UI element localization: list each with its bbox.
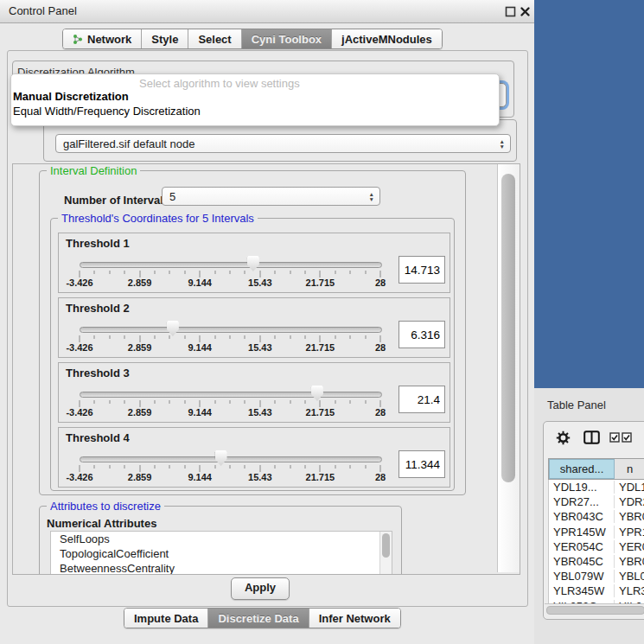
tab-jactivemnodules[interactable]: jActiveMNodules	[332, 29, 442, 48]
slider-thumb[interactable]	[167, 321, 179, 336]
cell-shared-name: YBR045C	[549, 555, 615, 568]
slider-tick-labels: -3.4262.8599.14415.4321.71528	[80, 277, 380, 288]
tick-label: 9.144	[188, 342, 212, 353]
panel-scrollbar-thumb[interactable]	[501, 174, 515, 482]
apply-button[interactable]: Apply	[231, 577, 290, 600]
table-row[interactable]: YBL079WYBL0	[549, 569, 644, 583]
slider-track[interactable]	[80, 327, 382, 333]
tick-mark	[290, 335, 290, 339]
tick-mark	[109, 465, 110, 469]
panel-scrollbar[interactable]	[497, 164, 520, 572]
close-icon[interactable]	[520, 6, 531, 17]
tick-mark	[259, 400, 260, 407]
tab-select[interactable]: Select	[188, 29, 241, 48]
cell-shared-name: YDL19...	[549, 481, 615, 494]
tick-mark	[139, 271, 140, 277]
tab-discretize-data[interactable]: Discretize Data	[208, 609, 309, 628]
tab-cyni-toolbox[interactable]: Cyni Toolbox	[242, 29, 332, 48]
algorithm-option[interactable]: Equal Width/Frequency Discretization	[13, 105, 201, 118]
network-icon	[73, 34, 83, 45]
tick-mark	[109, 400, 110, 404]
slider-thumb[interactable]	[311, 386, 323, 401]
table-row[interactable]: YER054CYER0	[549, 539, 644, 554]
float-window-icon[interactable]	[505, 6, 516, 17]
gear-icon[interactable]	[556, 430, 571, 445]
table-panel-title: Table Panel	[547, 399, 606, 411]
tick-mark	[245, 465, 245, 469]
table-horizontal-scrollbar-thumb[interactable]	[546, 606, 644, 615]
tick-mark	[184, 271, 185, 274]
table-row[interactable]: YLR345WYLR3	[549, 583, 644, 598]
tick-mark	[245, 335, 245, 339]
tick-label: 9.144	[188, 472, 212, 482]
tick-mark	[169, 465, 170, 469]
tick-mark	[275, 271, 276, 274]
threshold-value-field[interactable]	[399, 386, 445, 413]
threshold-value-field[interactable]	[399, 256, 445, 284]
column-header-shared-name[interactable]: shared...	[549, 459, 615, 479]
table-row[interactable]: YDR27...YDR2	[549, 494, 644, 509]
cell-shared-name: YDR27...	[549, 495, 615, 508]
checkbox-icon[interactable]	[609, 432, 620, 443]
tab-style[interactable]: Style	[142, 29, 188, 48]
table-row[interactable]: YPR145WYPR1	[549, 525, 644, 539]
algorithm-dropdown-popup: Select algorithm to view settings Manual…	[10, 73, 500, 126]
threshold-value-field[interactable]	[399, 321, 445, 348]
slider-track[interactable]	[80, 262, 382, 268]
tab-impute-data[interactable]: Impute Data	[124, 609, 208, 628]
control-panel-window: Control Panel NetworkStyleSelectCyni Too…	[0, 0, 534, 644]
tick-label: 15.43	[248, 407, 272, 418]
checkbox-icon[interactable]	[622, 432, 632, 443]
tick-mark	[200, 335, 201, 342]
attribute-item[interactable]: TopologicalCoefficient	[51, 546, 392, 561]
table-panel: Table Panel shared	[534, 388, 644, 644]
tick-mark	[290, 400, 290, 404]
slider-track[interactable]	[80, 456, 382, 462]
table-row[interactable]: YBR043CYBR0	[549, 509, 644, 524]
settings-scroll-region: Interval Definition Number of Intervals …	[12, 163, 520, 575]
tick-mark	[365, 465, 366, 469]
table-row[interactable]: YBR045CYBR0	[549, 554, 644, 569]
threshold-slider[interactable]: -3.4262.8599.14415.4321.71528	[80, 450, 380, 485]
slider-track[interactable]	[80, 392, 382, 398]
tick-mark	[320, 335, 321, 342]
stepper-arrows-icon: ▲▼	[369, 192, 374, 201]
tab-label: Select	[198, 33, 231, 46]
tick-mark	[109, 271, 110, 274]
tab-infer-network[interactable]: Infer Network	[309, 609, 400, 628]
tick-mark	[124, 335, 125, 339]
tick-mark	[290, 465, 290, 469]
attribute-item[interactable]: SelfLoops	[51, 532, 392, 546]
table-row[interactable]: YDL19...YDL1	[549, 480, 644, 494]
tick-mark	[365, 400, 366, 404]
tick-label: 2.859	[128, 407, 152, 418]
table-horizontal-scrollbar[interactable]	[545, 603, 644, 614]
tick-label: 21.715	[306, 472, 335, 482]
threshold-slider[interactable]: -3.4262.8599.14415.4321.71528	[80, 386, 380, 420]
cytoscape-desktop: GAL80GACGAL11GAL4GCY1HHAP2	[534, 0, 644, 388]
tick-label: -3.426	[66, 407, 92, 418]
tab-label: Infer Network	[319, 612, 391, 625]
number-of-intervals-combobox[interactable]: 5 ▲▼	[162, 187, 380, 206]
attributes-scrollbar-thumb[interactable]	[382, 533, 390, 558]
tick-label: 2.859	[128, 277, 152, 288]
threshold-value-field[interactable]	[399, 450, 445, 478]
column-header-name[interactable]: n	[615, 459, 644, 479]
threshold-slider[interactable]: -3.4262.8599.14415.4321.71528	[80, 321, 380, 355]
tick-label: 28	[375, 277, 386, 288]
cell-shared-name: YER054C	[549, 540, 615, 553]
split-view-icon[interactable]	[583, 430, 600, 444]
table-data-combobox[interactable]: galFiltered.sif default node ▲▼	[55, 134, 511, 153]
tab-label: Impute Data	[134, 612, 198, 625]
attributes-scrollbar[interactable]	[379, 532, 392, 575]
tab-label: Network	[87, 33, 131, 46]
attribute-item[interactable]: BetweennessCentrality	[51, 561, 392, 575]
tick-mark	[259, 465, 260, 472]
threshold-slider[interactable]: -3.4262.8599.14415.4321.71528	[80, 256, 380, 290]
tab-network[interactable]: Network	[63, 29, 142, 48]
tick-mark	[350, 400, 351, 404]
algorithm-option[interactable]: Manual Discretization	[13, 90, 129, 104]
tick-mark	[200, 271, 201, 277]
slider-thumb[interactable]	[215, 450, 227, 466]
slider-thumb[interactable]	[247, 256, 259, 271]
